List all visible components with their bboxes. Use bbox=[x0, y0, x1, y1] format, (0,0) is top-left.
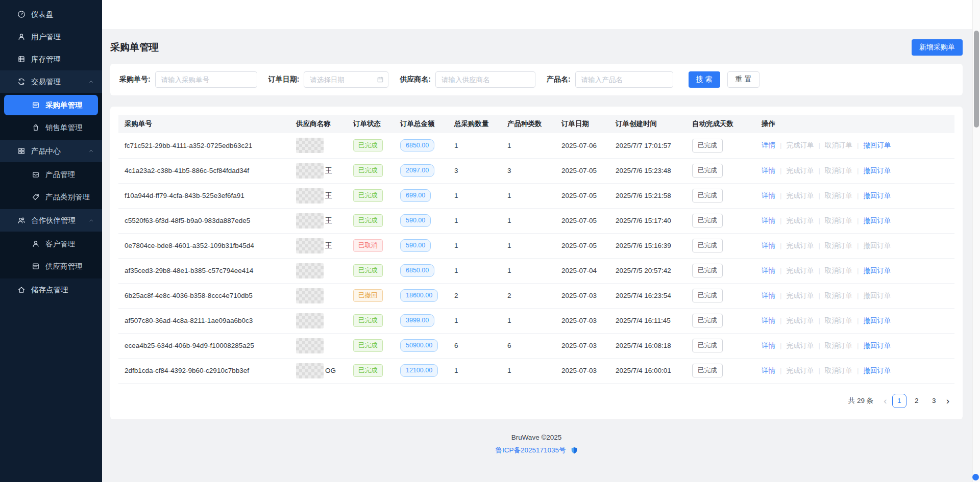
sidebar-item-storage-points[interactable]: 储存点管理 bbox=[0, 278, 102, 301]
sidebar-item-products[interactable]: 产品管理 bbox=[0, 163, 102, 186]
withdraw-order-link[interactable]: 撤回订单 bbox=[864, 167, 891, 174]
purchase-order-id: af35ced3-29b8-48e1-b385-c57c794ee414 bbox=[118, 258, 290, 283]
product-center-submenu: 产品管理 产品类别管理 bbox=[0, 162, 102, 209]
floating-widget[interactable] bbox=[972, 474, 979, 480]
add-purchase-order-button[interactable]: 新增采购单 bbox=[912, 39, 963, 56]
cancel-order-link: 取消订单 bbox=[825, 317, 852, 324]
withdraw-order-link[interactable]: 撤回订单 bbox=[864, 141, 891, 149]
sidebar-item-label: 销售单管理 bbox=[45, 123, 83, 133]
supplier-input[interactable] bbox=[435, 71, 535, 88]
withdraw-order-link[interactable]: 撤回订单 bbox=[864, 192, 891, 199]
sidebar-group-partners[interactable]: 合作伙伴管理 bbox=[0, 209, 102, 232]
sidebar-item-suppliers[interactable]: 供应商管理 bbox=[0, 255, 102, 277]
actions-cell: 详情|完成订单|取消订单|撤回订单 bbox=[755, 283, 954, 308]
withdraw-order-link: 撤回订单 bbox=[864, 292, 891, 299]
auto-days-cell: 已完成 bbox=[686, 283, 755, 308]
sidebar-item-product-categories[interactable]: 产品类别管理 bbox=[0, 186, 102, 208]
withdraw-order-link[interactable]: 撤回订单 bbox=[864, 342, 891, 349]
inventory-icon bbox=[17, 55, 26, 63]
detail-link[interactable]: 详情 bbox=[762, 342, 775, 349]
order-date: 2025-07-05 bbox=[555, 208, 609, 233]
status-cell: 已完成 bbox=[347, 133, 394, 158]
page-button-1[interactable]: 1 bbox=[892, 394, 906, 408]
page-title: 采购单管理 bbox=[110, 41, 159, 54]
withdraw-order-link[interactable]: 撤回订单 bbox=[864, 317, 891, 324]
page-button-2[interactable]: 2 bbox=[910, 394, 924, 408]
order-amount-badge: 18600.00 bbox=[400, 289, 438, 301]
sidebar-item-purchase-orders[interactable]: 采购单管理 bbox=[4, 95, 98, 115]
detail-link[interactable]: 详情 bbox=[762, 242, 775, 249]
withdraw-order-link[interactable]: 撤回订单 bbox=[864, 217, 891, 224]
order-amount-badge: 590.00 bbox=[400, 214, 431, 226]
auto-days-cell: 已完成 bbox=[686, 208, 755, 233]
order-amount-badge: 590.00 bbox=[400, 239, 431, 251]
supplier-cell: 王 bbox=[290, 208, 347, 233]
sidebar-item-label: 供应商管理 bbox=[45, 262, 83, 271]
top-header-bar bbox=[102, 0, 980, 29]
total-qty: 1 bbox=[448, 208, 501, 233]
supplier-cell bbox=[290, 258, 347, 283]
complete-order-link: 完成订单 bbox=[787, 192, 814, 199]
withdraw-order-link[interactable]: 撤回订单 bbox=[864, 367, 891, 374]
sidebar-item-inventory[interactable]: 库存管理 bbox=[0, 48, 102, 70]
sidebar-item-dashboard[interactable]: 仪表盘 bbox=[0, 3, 102, 26]
complete-order-link: 完成订单 bbox=[787, 317, 814, 324]
amount-cell: 3999.00 bbox=[394, 308, 448, 333]
order-status-badge: 已完成 bbox=[353, 339, 383, 351]
sidebar-group-transactions[interactable]: 交易管理 bbox=[0, 70, 102, 93]
order-date: 2025-07-05 bbox=[555, 183, 609, 208]
redacted-supplier-name bbox=[296, 138, 324, 153]
scrollbar-track[interactable] bbox=[972, 0, 980, 482]
page-button-3[interactable]: 3 bbox=[927, 394, 941, 408]
total-qty: 1 bbox=[448, 358, 501, 383]
total-qty: 1 bbox=[448, 308, 501, 333]
total-qty: 1 bbox=[448, 233, 501, 258]
detail-link[interactable]: 详情 bbox=[762, 367, 775, 374]
auto-days-cell: 已完成 bbox=[686, 233, 755, 258]
actions-cell: 详情|完成订单|取消订单|撤回订单 bbox=[755, 258, 954, 283]
detail-link[interactable]: 详情 bbox=[762, 217, 775, 224]
total-qty: 3 bbox=[448, 158, 501, 183]
detail-link[interactable]: 详情 bbox=[762, 267, 775, 274]
product-kinds: 1 bbox=[501, 208, 555, 233]
scrollbar-thumb[interactable] bbox=[974, 31, 979, 128]
supplier-cell bbox=[290, 308, 347, 333]
purchase-order-icon bbox=[32, 101, 40, 109]
detail-link[interactable]: 详情 bbox=[762, 292, 775, 299]
sidebar-item-users[interactable]: 用户管理 bbox=[0, 26, 102, 48]
product-input[interactable] bbox=[575, 71, 673, 88]
detail-link[interactable]: 详情 bbox=[762, 141, 775, 149]
cancel-order-link: 取消订单 bbox=[825, 141, 852, 149]
sidebar-item-sales-orders[interactable]: 销售单管理 bbox=[0, 116, 102, 139]
table-row: f10a944d-ff79-4cfa-843b-525e3ef6fa91王已完成… bbox=[118, 183, 954, 208]
reset-button[interactable]: 重 置 bbox=[727, 71, 760, 88]
sidebar-item-customers[interactable]: 客户管理 bbox=[0, 233, 102, 255]
order-date-input[interactable] bbox=[304, 71, 388, 88]
category-icon bbox=[32, 193, 40, 201]
purchase-no-input[interactable] bbox=[155, 71, 257, 88]
detail-link[interactable]: 详情 bbox=[762, 317, 775, 324]
prev-page-button[interactable]: ‹ bbox=[881, 396, 889, 405]
status-cell: 已完成 bbox=[347, 308, 394, 333]
search-button[interactable]: 搜 索 bbox=[689, 71, 720, 88]
detail-link[interactable]: 详情 bbox=[762, 167, 775, 174]
supplier-cell: 王 bbox=[290, 158, 347, 183]
sidebar-item-label: 客户管理 bbox=[45, 239, 75, 249]
detail-link[interactable]: 详情 bbox=[762, 192, 775, 199]
product-kinds: 1 bbox=[501, 133, 555, 158]
icp-link[interactable]: 鲁ICP备2025171035号 bbox=[495, 446, 566, 455]
withdraw-order-link[interactable]: 撤回订单 bbox=[864, 267, 891, 274]
next-page-button[interactable]: › bbox=[944, 396, 951, 405]
amount-cell: 18600.00 bbox=[394, 283, 448, 308]
supplier-cell: OG bbox=[290, 358, 347, 383]
sidebar-group-product-center[interactable]: 产品中心 bbox=[0, 140, 102, 162]
created-at: 2025/7/4 16:08:18 bbox=[609, 333, 686, 358]
auto-complete-badge: 已完成 bbox=[692, 339, 723, 352]
purchase-order-id: 0e7804ce-bde8-4601-a352-109b31fb45d4 bbox=[118, 233, 290, 258]
supplier-cell bbox=[290, 333, 347, 358]
supplier-name-suffix: 王 bbox=[325, 217, 332, 224]
purchase-order-id: ecea4b25-634d-406b-94d9-f10008285a25 bbox=[118, 333, 290, 358]
filter-bar: 采购单号: 订单日期: 供应商名: 产品名: bbox=[110, 64, 963, 95]
supplier-cell bbox=[290, 133, 347, 158]
main-area: 采购单管理 新增采购单 采购单号: 订单日期: 供应商名: bbox=[102, 0, 980, 482]
